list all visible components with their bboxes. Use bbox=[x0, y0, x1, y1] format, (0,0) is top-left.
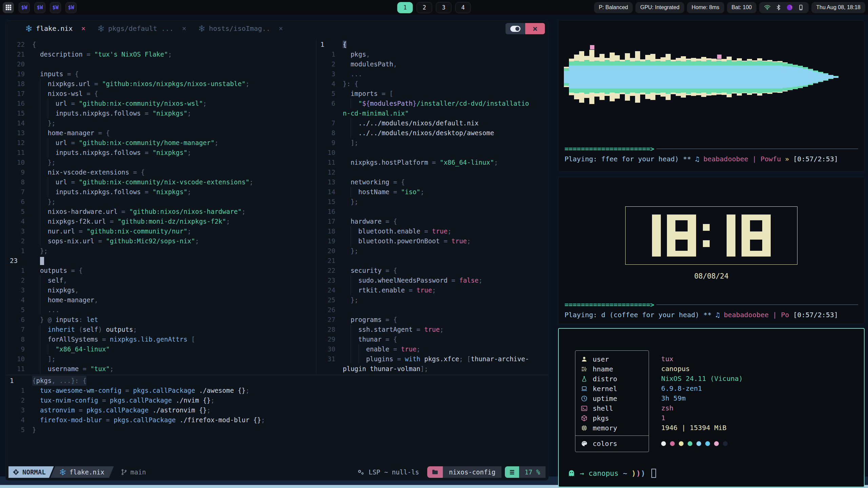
system-tray[interactable] bbox=[759, 2, 809, 13]
workspace-button-2[interactable]: $W bbox=[34, 2, 45, 13]
viz-segment bbox=[589, 65, 594, 88]
code-token: "x86_64-linux" bbox=[56, 345, 110, 353]
viz-segment bbox=[594, 57, 599, 61]
viz-segment bbox=[767, 65, 772, 88]
viz-segment bbox=[828, 79, 833, 79]
tag-1[interactable]: 1 bbox=[397, 2, 413, 13]
code-text: tux-awesome-wm-config = pkgs.callPackage… bbox=[32, 386, 250, 395]
launcher-button[interactable] bbox=[3, 2, 14, 13]
digit-hole bbox=[675, 240, 688, 251]
indent-guide bbox=[343, 187, 351, 197]
code-line: 13home-manager = { bbox=[6, 128, 316, 138]
viz-bar bbox=[630, 26, 635, 128]
line-number: 25 bbox=[316, 295, 335, 305]
indent-guide bbox=[40, 138, 48, 148]
code-token: }; bbox=[351, 247, 358, 255]
horizontal-split-separator[interactable] bbox=[6, 375, 548, 375]
tab-1[interactable]: flake.nix× bbox=[19, 21, 92, 36]
window-close-button[interactable]: × bbox=[525, 23, 545, 34]
code-token: astronvim bbox=[40, 406, 75, 414]
viz-segment bbox=[798, 68, 803, 86]
viz-segment bbox=[701, 65, 706, 88]
shell-prompt[interactable]: → canopus ~ ))) bbox=[568, 469, 656, 478]
code-line: 23 bbox=[6, 256, 316, 266]
nix-snowflake-icon bbox=[59, 469, 66, 475]
line-number: 29 bbox=[316, 334, 335, 344]
tag-3[interactable]: 3 bbox=[436, 2, 452, 13]
line-number: 15 bbox=[316, 197, 335, 207]
pane-pkgs-default[interactable]: 1{pkgs, ...}: {1tux-awesome-wm-config = … bbox=[6, 376, 548, 435]
tab-close-icon[interactable]: × bbox=[182, 24, 186, 33]
code-line: 11nixpkgs.hostPlatform = "x86_64-linux"; bbox=[316, 158, 548, 167]
pane-iso-image[interactable]: 1{1pkgs,2modulesPath,3...4}: {5imports =… bbox=[316, 40, 548, 374]
gutter-gap bbox=[335, 167, 343, 177]
code-text: }; bbox=[343, 246, 358, 256]
workspace-button-3[interactable]: $W bbox=[50, 2, 61, 13]
indent-guide bbox=[40, 187, 48, 197]
code-token: ; bbox=[211, 396, 214, 404]
code-token: "github:nix-community/nix-vscode-extensi… bbox=[79, 178, 249, 186]
line-number: 11 bbox=[6, 364, 25, 374]
viz-bar bbox=[650, 26, 655, 128]
gutter-gap bbox=[25, 246, 32, 256]
code-token: ]; bbox=[351, 139, 358, 146]
viz-segment bbox=[660, 88, 666, 93]
tag-4[interactable]: 4 bbox=[455, 2, 471, 13]
gutter-gap bbox=[335, 207, 343, 217]
code-line: 5imports = [ bbox=[316, 89, 548, 99]
toggle-button[interactable] bbox=[506, 23, 525, 34]
viz-segment bbox=[803, 85, 808, 87]
gutter-gap bbox=[25, 395, 32, 405]
code-token: = { bbox=[129, 168, 145, 176]
code-line: 8url = "github:nix-community/nix-vscode-… bbox=[6, 177, 316, 187]
code-line: 3nur.url = "github:nix-community/nur"; bbox=[6, 226, 316, 236]
code-token: hardware bbox=[351, 218, 382, 225]
code-token: ; [ bbox=[459, 355, 471, 363]
workspace-button-1[interactable]: $W bbox=[19, 2, 30, 13]
git-branch[interactable]: main bbox=[121, 468, 146, 476]
pkgs-icon bbox=[581, 415, 588, 422]
code-text: { bbox=[32, 40, 36, 49]
memory-icon bbox=[581, 425, 588, 431]
indent-guide bbox=[48, 187, 56, 197]
viz-bar bbox=[671, 26, 676, 128]
gutter-gap bbox=[335, 364, 343, 374]
indent-guide bbox=[351, 334, 358, 344]
code-line: 3astronvim = pkgs.callPackage ./astronvi… bbox=[6, 405, 548, 415]
tab-close-icon[interactable]: × bbox=[279, 24, 283, 33]
code-token: pkgs.callPackage bbox=[133, 387, 195, 394]
viz-segment bbox=[706, 94, 711, 96]
gutter-gap bbox=[25, 79, 32, 89]
viz-segment bbox=[762, 93, 767, 93]
line-number: 6 bbox=[316, 99, 335, 108]
pane-flake-nix[interactable]: 22{21description = "tux's NixOS Flake";2… bbox=[6, 40, 316, 374]
gutter-gap bbox=[25, 207, 32, 217]
clock-pill[interactable]: Thu Aug 08, 18:18 bbox=[811, 2, 865, 13]
viz-segment bbox=[635, 61, 640, 65]
viz-segment bbox=[722, 61, 727, 65]
indent-guide bbox=[343, 226, 351, 236]
viz-segment bbox=[747, 65, 752, 88]
viz-segment bbox=[711, 59, 716, 61]
prompt-chevrons: ))) bbox=[632, 469, 646, 477]
viz-segment bbox=[793, 67, 798, 87]
fetch-value: NixOS 24.11 (Vicuna) bbox=[661, 374, 743, 384]
tag-2[interactable]: 2 bbox=[417, 2, 432, 13]
code-line: 11username = "tux"; bbox=[6, 364, 316, 374]
viz-segment bbox=[747, 61, 752, 65]
tab-close-icon[interactable]: × bbox=[81, 24, 85, 33]
viz-segment bbox=[732, 65, 737, 88]
kernel-icon bbox=[581, 385, 588, 392]
viz-segment bbox=[579, 93, 584, 103]
viz-segment bbox=[645, 55, 650, 60]
tab-2[interactable]: pkgs/default ...× bbox=[92, 21, 192, 36]
code-token: inputs.nixpkgs.follows bbox=[56, 188, 141, 196]
code-token: forAllSystems bbox=[48, 336, 98, 343]
line-number: 31 bbox=[316, 354, 335, 364]
viz-segment bbox=[757, 88, 762, 93]
tab-3[interactable]: hosts/isoImag..× bbox=[192, 21, 289, 36]
code-line: 14}; bbox=[6, 118, 316, 128]
workspace-button-4[interactable]: $W bbox=[65, 2, 77, 13]
color-dot bbox=[679, 441, 684, 446]
viz-segment bbox=[645, 94, 650, 99]
